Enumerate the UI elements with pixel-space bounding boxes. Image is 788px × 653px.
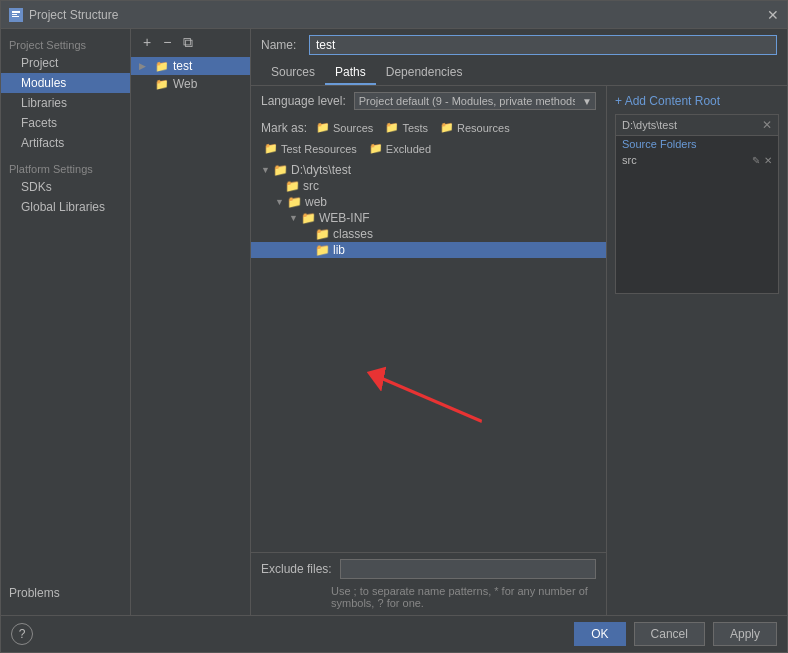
sidebar-item-sdks[interactable]: SDKs xyxy=(1,177,130,197)
resources-folder-icon: 📁 xyxy=(440,121,454,134)
tree-row-classes[interactable]: 📁 classes xyxy=(251,226,606,242)
right-panel: Name: Sources Paths Dependencies xyxy=(251,29,787,615)
source-folder-edit-icon[interactable]: ✎ xyxy=(752,155,760,166)
source-folder-remove-icon[interactable]: ✕ xyxy=(764,155,772,166)
language-level-select[interactable]: Project default (9 - Modules, private me… xyxy=(354,92,596,110)
add-module-button[interactable]: + xyxy=(139,33,155,51)
module-tree: ▶ 📁 test 📁 Web xyxy=(131,55,250,95)
file-tree: ▼ 📁 D:\dyts\test 📁 xyxy=(251,160,606,260)
tree-label-classes: classes xyxy=(333,227,373,241)
mark-resources-button[interactable]: 📁 Resources xyxy=(437,120,513,135)
tree-label-web-inf: WEB-INF xyxy=(319,211,370,225)
platform-settings-section-label: Platform Settings xyxy=(1,159,130,177)
tree-row-src[interactable]: 📁 src xyxy=(251,178,606,194)
tab-sources[interactable]: Sources xyxy=(261,61,325,85)
mark-sources-button[interactable]: 📁 Sources xyxy=(313,120,376,135)
tab-dependencies[interactable]: Dependencies xyxy=(376,61,473,85)
source-folder-src-name: src xyxy=(622,154,637,166)
source-folder-actions: ✎ ✕ xyxy=(752,155,772,166)
src-folder-icon: 📁 xyxy=(285,179,300,193)
help-button[interactable]: ? xyxy=(11,623,33,645)
sidebar-item-libraries[interactable]: Libraries xyxy=(1,93,130,113)
sidebar: Project Settings Project Modules Librari… xyxy=(1,29,131,615)
dialog-content: Project Settings Project Modules Librari… xyxy=(1,29,787,615)
add-content-root-button[interactable]: + Add Content Root xyxy=(615,92,779,110)
dialog-title: Project Structure xyxy=(29,8,118,22)
tree-row-web-inf[interactable]: ▼ 📁 WEB-INF xyxy=(251,210,606,226)
mark-test-resources-button[interactable]: 📁 Test Resources xyxy=(261,141,360,156)
exclude-files-row: Exclude files: xyxy=(251,552,606,585)
sidebar-item-project[interactable]: Project xyxy=(1,53,130,73)
excluded-folder-icon: 📁 xyxy=(369,142,383,155)
exclude-files-input[interactable] xyxy=(340,559,596,579)
module-list-panel: + − ⧉ ▶ 📁 test 📁 Web xyxy=(131,29,251,615)
mark-as-label: Mark as: xyxy=(261,121,307,135)
title-bar: Project Structure ✕ xyxy=(1,1,787,29)
folder-orange-icon: 📁 xyxy=(155,60,169,72)
content-root-box: D:\dyts\test ✕ Source Folders src ✎ ✕ xyxy=(615,114,779,294)
module-item-web-label: Web xyxy=(173,77,197,91)
right-sub-panel: + Add Content Root D:\dyts\test ✕ Source… xyxy=(607,86,787,615)
tree-row-web[interactable]: ▼ 📁 web xyxy=(251,194,606,210)
dialog-icon xyxy=(9,8,23,22)
mark-excluded-button[interactable]: 📁 Excluded xyxy=(366,141,434,156)
svg-line-4 xyxy=(375,376,482,422)
name-label: Name: xyxy=(261,38,301,52)
content-root-header: D:\dyts\test ✕ xyxy=(616,115,778,136)
module-toolbar: + − ⧉ xyxy=(131,29,250,55)
module-item-test-label: test xyxy=(173,59,192,73)
expand-webinf-icon: ▼ xyxy=(289,213,301,223)
lib-folder-icon: 📁 xyxy=(315,243,330,257)
sidebar-item-global-libraries[interactable]: Global Libraries xyxy=(1,197,130,217)
tab-paths[interactable]: Paths xyxy=(325,61,376,85)
apply-button[interactable]: Apply xyxy=(713,622,777,646)
svg-rect-3 xyxy=(12,16,19,17)
ok-button[interactable]: OK xyxy=(574,622,625,646)
cancel-button[interactable]: Cancel xyxy=(634,622,705,646)
expand-tree-icon: ▼ xyxy=(261,165,273,175)
tabs-row: Sources Paths Dependencies xyxy=(251,61,787,86)
tree-label-web: web xyxy=(305,195,327,209)
footer-right: OK Cancel Apply xyxy=(574,622,777,646)
exclude-files-hint: Use ; to separate name patterns, * for a… xyxy=(251,585,606,615)
tree-row-lib[interactable]: 📁 lib xyxy=(251,242,606,258)
name-row: Name: xyxy=(251,29,787,61)
language-level-row: Language level: Project default (9 - Mod… xyxy=(251,86,606,116)
footer-left: ? xyxy=(11,623,33,645)
sidebar-item-modules[interactable]: Modules xyxy=(1,73,130,93)
file-tree-container: ▼ 📁 D:\dyts\test 📁 xyxy=(251,160,606,552)
name-input[interactable] xyxy=(309,35,777,55)
sidebar-item-artifacts[interactable]: Artifacts xyxy=(1,133,130,153)
sidebar-bottom: Problems xyxy=(1,577,130,609)
mark-as-row: Mark as: 📁 Sources 📁 Tests xyxy=(251,116,606,160)
web-folder-icon: 📁 xyxy=(287,195,302,209)
tests-folder-icon: 📁 xyxy=(385,121,399,134)
language-level-label: Language level: xyxy=(261,94,346,108)
mark-tests-button[interactable]: 📁 Tests xyxy=(382,120,431,135)
exclude-files-label: Exclude files: xyxy=(261,562,332,576)
webinf-folder-icon: 📁 xyxy=(301,211,316,225)
language-level-select-wrapper: Project default (9 - Modules, private me… xyxy=(354,92,596,110)
project-structure-dialog: Project Structure ✕ Project Settings Pro… xyxy=(0,0,788,653)
expand-arrow-icon: ▶ xyxy=(139,61,151,71)
sources-folder-icon: 📁 xyxy=(316,121,330,134)
title-bar-left: Project Structure xyxy=(9,8,118,22)
project-settings-section-label: Project Settings xyxy=(1,35,130,53)
sidebar-item-problems[interactable]: Problems xyxy=(9,583,122,603)
content-root-close-icon[interactable]: ✕ xyxy=(762,118,772,132)
classes-folder-icon: 📁 xyxy=(315,227,330,241)
test-resources-folder-icon: 📁 xyxy=(264,142,278,155)
close-icon[interactable]: ✕ xyxy=(767,8,779,22)
module-item-test[interactable]: ▶ 📁 test xyxy=(131,57,250,75)
sidebar-item-facets[interactable]: Facets xyxy=(1,113,130,133)
tree-label-lib: lib xyxy=(333,243,345,257)
remove-module-button[interactable]: − xyxy=(159,33,175,51)
tree-label-dyts-test: D:\dyts\test xyxy=(291,163,351,177)
svg-rect-2 xyxy=(12,14,17,15)
tree-label-src: src xyxy=(303,179,319,193)
dialog-footer: ? OK Cancel Apply xyxy=(1,615,787,652)
module-item-web[interactable]: 📁 Web xyxy=(131,75,250,93)
copy-module-button[interactable]: ⧉ xyxy=(179,33,197,51)
tree-row-dyts-test[interactable]: ▼ 📁 D:\dyts\test xyxy=(251,162,606,178)
svg-rect-1 xyxy=(12,11,20,13)
